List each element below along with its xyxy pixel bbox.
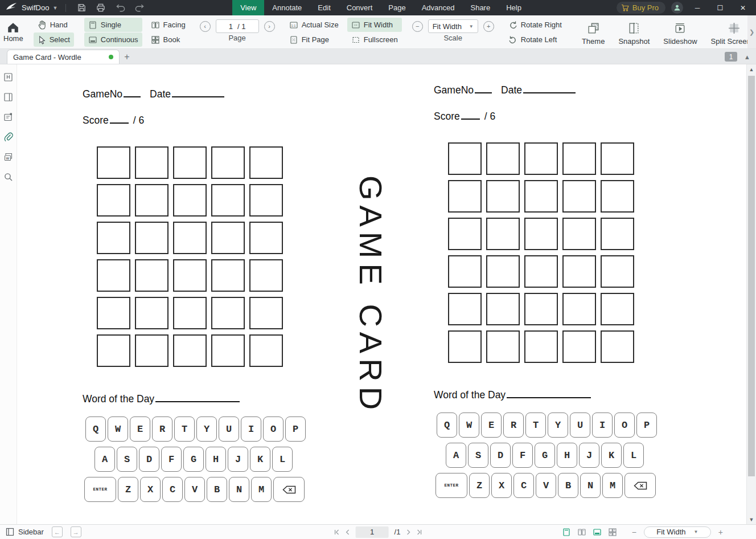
grid-cell (601, 330, 634, 363)
history-forward-button[interactable]: → (71, 526, 81, 537)
key-k: K (601, 443, 622, 468)
single-page-icon (88, 21, 97, 30)
theme-icon (587, 22, 600, 35)
gameno-date-line: GameNoDate (434, 84, 673, 96)
search-icon[interactable] (3, 172, 13, 182)
grid-cell (562, 180, 596, 213)
minimize-button[interactable]: ─ (689, 0, 706, 15)
snapshot-button[interactable]: Slideshow Snapshot (613, 22, 655, 46)
app-menu-caret-icon[interactable]: ▼ (52, 5, 57, 11)
document-page[interactable]: GameNoDate Score/ 6 Word of the Day QWER… (17, 64, 746, 524)
attachments-paperclip-icon[interactable] (3, 132, 13, 142)
key-r: R (503, 413, 524, 438)
scroll-down-arrow[interactable]: ▼ (747, 514, 756, 524)
key-x: X (140, 477, 161, 502)
menu-annotate[interactable]: Annotate (264, 0, 310, 15)
close-button[interactable]: ✕ (734, 0, 751, 15)
sidebar-toggle-button[interactable]: Sidebar (6, 528, 44, 536)
vertical-scrollbar[interactable]: ▲ ▼ (746, 64, 756, 524)
scale-group-label: Scale (412, 34, 494, 42)
undo-button[interactable] (113, 0, 128, 15)
print-button[interactable] (93, 0, 108, 15)
book-mode-button[interactable]: Book (147, 32, 190, 47)
single-page-mode-button[interactable]: Single (84, 18, 142, 32)
previous-page-button[interactable] (346, 529, 350, 535)
document-tab[interactable]: Game Card - Wordle (7, 50, 120, 64)
new-tab-button[interactable]: + (120, 50, 134, 64)
toolbar-expander-chevron[interactable]: ❯ (747, 15, 756, 48)
rotate-left-button[interactable]: Rotate Left (504, 32, 566, 47)
key-a: A (94, 447, 115, 472)
single-page-view-button[interactable] (561, 527, 572, 537)
zoom-level-dropdown[interactable]: Fit Width ▼ (644, 526, 711, 538)
grid-cell (448, 293, 482, 325)
zoom-in-button[interactable]: + (483, 21, 494, 32)
zoom-in-button[interactable]: + (718, 528, 723, 537)
grid-cell (249, 259, 283, 292)
page-group-label: Page (200, 34, 275, 42)
menu-view[interactable]: View (232, 0, 264, 15)
last-page-button[interactable] (416, 529, 422, 535)
fit-page-button[interactable]: Fit Page (285, 32, 343, 47)
hand-tool-button[interactable]: Hand (34, 18, 74, 32)
key-w: W (108, 416, 128, 442)
continuous-mode-button[interactable]: Continuous (84, 32, 142, 47)
scrollbar-thumb[interactable] (748, 76, 755, 476)
home-icon (7, 22, 19, 33)
menu-edit[interactable]: Edit (310, 0, 338, 15)
menu-share[interactable]: Share (462, 0, 498, 15)
collapse-toolbar-chevron[interactable]: ▲ (744, 54, 750, 60)
page-number-field[interactable]: 1 (356, 526, 389, 538)
redo-button[interactable] (132, 0, 147, 15)
sidebar-icon (6, 528, 14, 536)
previous-page-button[interactable]: ‹ (200, 21, 211, 32)
fit-width-button[interactable]: Fit Width (347, 18, 402, 32)
menu-convert[interactable]: Convert (339, 0, 381, 15)
chevron-down-icon: ▼ (469, 24, 474, 29)
annotations-panel-icon[interactable] (3, 112, 13, 122)
scroll-up-arrow[interactable]: ▲ (747, 64, 756, 74)
buy-pro-button[interactable]: Buy Pro (617, 2, 665, 14)
save-button[interactable] (74, 0, 89, 15)
continuous-view-button[interactable] (592, 527, 602, 537)
scrollbar-track[interactable] (747, 74, 756, 514)
menu-help[interactable]: Help (498, 0, 529, 15)
slideshow-button[interactable]: Slideshow (658, 22, 702, 46)
bookmarks-panel-icon[interactable] (3, 92, 13, 102)
next-page-button[interactable]: › (264, 21, 275, 32)
scale-dropdown[interactable]: Fit Width ▼ (428, 19, 478, 33)
account-avatar[interactable] (671, 2, 683, 14)
menu-page[interactable]: Page (380, 0, 413, 15)
score-total: / 6 (133, 115, 144, 126)
gameno-label: GameNo (83, 88, 122, 100)
thumbnails-panel-icon[interactable] (3, 72, 13, 82)
book-view-button[interactable] (607, 527, 618, 537)
page-number-input[interactable]: 1 / 1 (216, 19, 259, 33)
select-tool-button[interactable]: Select (34, 32, 74, 47)
grid-cell (173, 184, 207, 217)
first-page-button[interactable] (334, 529, 340, 535)
fullscreen-button[interactable]: Fullscreen (347, 32, 402, 47)
rotate-right-button[interactable]: Rotate Right (504, 18, 566, 32)
grid-cell (562, 255, 596, 288)
history-back-button[interactable]: ← (52, 526, 63, 537)
grid-cell (486, 180, 520, 213)
maximize-button[interactable]: ☐ (712, 0, 729, 15)
menu-advanced[interactable]: Advanced (414, 0, 463, 15)
menu-bar: View Annotate Edit Convert Page Advanced… (232, 0, 529, 15)
theme-button[interactable]: Theme (576, 22, 610, 46)
key-q: Q (437, 413, 457, 438)
facing-mode-button[interactable]: Facing (147, 18, 190, 32)
facing-view-button[interactable] (577, 527, 587, 537)
home-button[interactable]: Home (3, 18, 23, 47)
key-q: Q (85, 416, 106, 442)
key-enter: ENTER (84, 477, 116, 502)
actual-size-button[interactable]: 1:1 Actual Size (285, 18, 343, 32)
convert-to-word-icon[interactable]: W (3, 152, 13, 162)
next-page-button[interactable] (406, 529, 410, 535)
grid-cell (562, 142, 596, 175)
key-o: O (263, 416, 284, 442)
zoom-out-button[interactable]: − (632, 528, 636, 537)
keyboard-row-2: ASDFGHJKL (94, 447, 322, 472)
zoom-out-button[interactable]: − (412, 21, 423, 32)
